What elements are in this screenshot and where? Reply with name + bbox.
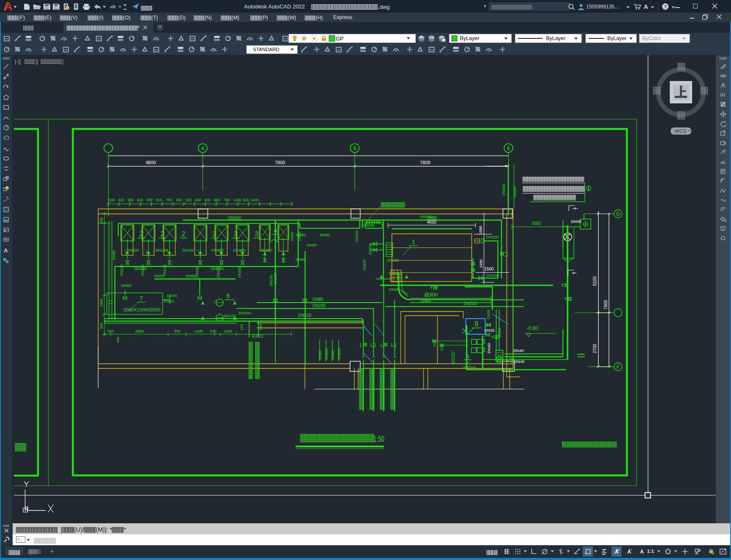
svg-text:600,200: 600,200 <box>452 352 456 363</box>
svg-text:DN150: DN150 <box>127 248 139 252</box>
svg-text:DN50: DN50 <box>571 219 581 224</box>
svg-text:9: 9 <box>226 292 230 299</box>
svg-text:DN20: DN20 <box>389 287 399 292</box>
svg-text:D80: D80 <box>116 336 120 343</box>
svg-text:DN32: DN32 <box>484 328 495 333</box>
svg-text:DN80: DN80 <box>320 233 330 237</box>
svg-text:1400: 1400 <box>194 329 203 333</box>
svg-text:DN80: DN80 <box>313 297 323 302</box>
svg-text:500610500610500610700660500660: 5006105006105006107006605006605006607001… <box>109 198 259 202</box>
svg-text:DN80: DN80 <box>307 243 317 247</box>
svg-text:DN200: DN200 <box>464 301 477 306</box>
svg-text:WCS: WCS <box>674 128 686 134</box>
svg-text:204: 204 <box>432 341 436 347</box>
svg-text:2000X1000X2500: 2000X1000X2500 <box>123 307 160 312</box>
svg-text:Y: Y <box>561 283 564 288</box>
svg-text:8: 8 <box>475 320 478 327</box>
svg-text:DN150: DN150 <box>363 223 375 227</box>
svg-text:L: L <box>380 342 383 348</box>
svg-text:DN80: DN80 <box>112 251 116 260</box>
svg-text:DN200: DN200 <box>324 348 329 360</box>
svg-text:DN50: DN50 <box>121 283 131 288</box>
svg-text:DN200: DN200 <box>313 303 326 308</box>
svg-text:5100: 5100 <box>592 276 597 286</box>
svg-text:DN200: DN200 <box>502 184 506 196</box>
svg-text:D80: D80 <box>240 324 244 330</box>
svg-text:L: L <box>360 342 363 348</box>
svg-text:DN50: DN50 <box>331 350 335 360</box>
svg-text:DN150: DN150 <box>269 275 273 287</box>
svg-text:DN200: DN200 <box>260 248 272 252</box>
svg-text:DN150: DN150 <box>513 187 517 198</box>
svg-text:DN150: DN150 <box>237 267 242 278</box>
svg-text:DN200: DN200 <box>337 348 341 360</box>
svg-text:]: ] <box>62 59 63 65</box>
svg-text:6: 6 <box>507 145 510 151</box>
svg-text:1000: 1000 <box>99 298 103 307</box>
svg-text:Y: Y <box>507 358 510 363</box>
svg-text:DN100: DN100 <box>486 273 499 278</box>
svg-text:2700: 2700 <box>592 344 597 353</box>
svg-text:Ø300: Ø300 <box>497 328 502 337</box>
svg-text:L1: L1 <box>391 342 397 348</box>
svg-text:DN50: DN50 <box>154 273 164 278</box>
svg-text:7800: 7800 <box>603 300 608 309</box>
svg-text:DN40: DN40 <box>514 348 524 353</box>
svg-text:-0.80: -0.80 <box>527 325 538 331</box>
svg-text:R2R1: R2R1 <box>252 333 264 338</box>
svg-text:DN200: DN200 <box>233 248 246 252</box>
svg-text:L2: L2 <box>370 342 376 348</box>
svg-text:250: 250 <box>440 345 444 351</box>
svg-text:DN50: DN50 <box>318 350 322 360</box>
svg-text:Y: Y <box>430 285 433 290</box>
svg-text:A: A <box>4 247 8 254</box>
svg-text:4650: 4650 <box>427 220 437 225</box>
svg-text:Ø300: Ø300 <box>424 292 438 298</box>
svg-text:1400: 1400 <box>224 329 232 333</box>
svg-text:7800: 7800 <box>420 160 430 165</box>
svg-text:2500: 2500 <box>532 221 541 226</box>
svg-text:DN40: DN40 <box>486 343 491 353</box>
svg-text:DN200: DN200 <box>486 235 499 239</box>
svg-text:2000: 2000 <box>135 329 144 333</box>
svg-text:DN40: DN40 <box>514 359 524 364</box>
svg-text:1000: 1000 <box>478 226 483 234</box>
svg-text:500: 500 <box>210 329 216 333</box>
svg-text:DN80: DN80 <box>421 298 431 303</box>
svg-text:500: 500 <box>107 329 114 333</box>
svg-text:DN150: DN150 <box>211 266 224 271</box>
svg-text:500: 500 <box>99 322 103 329</box>
svg-text:2400: 2400 <box>479 260 483 268</box>
svg-text:DN20: DN20 <box>486 310 491 319</box>
svg-text:D80: D80 <box>259 324 263 330</box>
svg-text:[-][: [-][ <box>15 59 21 65</box>
svg-text:Y: Y <box>564 296 568 301</box>
svg-text:6: 6 <box>466 353 469 360</box>
svg-text:DN150: DN150 <box>368 243 372 255</box>
svg-text:Y: Y <box>491 335 495 340</box>
svg-text:DN150: DN150 <box>228 216 242 220</box>
svg-text:4: 4 <box>201 145 204 151</box>
svg-text:][: ][ <box>35 59 38 65</box>
svg-text:G: G <box>616 211 620 217</box>
svg-text:?: ? <box>664 4 667 9</box>
svg-text:F: F <box>617 364 620 370</box>
svg-text:DN150: DN150 <box>355 231 359 242</box>
svg-text:DN50: DN50 <box>290 232 294 241</box>
svg-text:7: 7 <box>139 295 143 302</box>
svg-text:DN150: DN150 <box>298 313 312 318</box>
svg-text:1:50: 1:50 <box>373 434 384 444</box>
svg-text:5: 5 <box>353 145 356 151</box>
svg-text:7800: 7800 <box>275 160 285 165</box>
svg-text:DN50: DN50 <box>186 273 196 278</box>
svg-text:3: 3 <box>255 230 258 238</box>
svg-text:DN100: DN100 <box>420 214 433 219</box>
svg-text:DN150: DN150 <box>362 260 367 271</box>
svg-text:DN150: DN150 <box>182 248 195 252</box>
svg-text:DN200: DN200 <box>239 311 251 315</box>
svg-text:500: 500 <box>99 217 103 224</box>
svg-text:DN70: DN70 <box>167 293 177 298</box>
svg-text:4800: 4800 <box>146 160 156 165</box>
svg-text:DN200: DN200 <box>211 248 224 252</box>
svg-text:835: 835 <box>174 329 180 333</box>
